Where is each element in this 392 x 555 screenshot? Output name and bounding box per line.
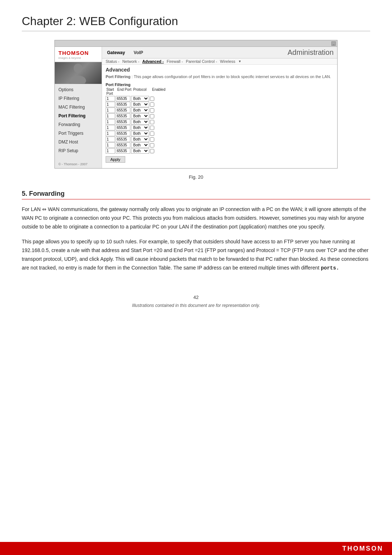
pf-enabled-checkbox[interactable]	[150, 114, 154, 118]
pf-start-input[interactable]	[106, 137, 115, 142]
sidebar-copyright: © - Thomson - 2007	[55, 160, 102, 168]
table-row: BothTCPUDP	[106, 148, 334, 154]
table-row: BothTCPUDP	[106, 119, 334, 125]
pf-enabled-checkbox[interactable]	[150, 108, 154, 113]
sidebar-item-ip-filtering[interactable]: IP Filtering	[55, 94, 102, 103]
subnav-firewall[interactable]: Firewall -	[167, 59, 183, 64]
pf-enabled-checkbox[interactable]	[150, 126, 154, 130]
browser-content: THOMSON images & beyond Options IP Filte…	[55, 47, 337, 168]
pf-end-input[interactable]	[116, 125, 130, 130]
table-row: BothTCPUDP	[106, 108, 334, 113]
pf-enabled-checkbox[interactable]	[150, 143, 154, 147]
pf-protocol-select[interactable]: BothTCPUDP	[131, 148, 149, 154]
pf-start-input[interactable]	[106, 102, 115, 107]
pf-end-input[interactable]	[116, 137, 130, 142]
section5-paragraph2: This page allows you to specify up to 10…	[22, 238, 370, 272]
sidebar-item-forwarding[interactable]: Forwarding	[55, 120, 102, 129]
sidebar-item-dmz-host[interactable]: DMZ Host	[55, 138, 102, 146]
pf-start-input[interactable]	[106, 113, 115, 119]
pf-start-input[interactable]	[106, 131, 115, 136]
pf-enabled-checkbox[interactable]	[150, 102, 154, 107]
pf-end-input[interactable]	[116, 131, 130, 136]
pf-protocol-select[interactable]: BothTCPUDP	[131, 142, 149, 148]
table-row: BothTCPUDP	[106, 142, 334, 148]
pf-header-enabled: Enabled	[152, 88, 170, 96]
pf-enabled-checkbox[interactable]	[150, 120, 154, 124]
table-row: BothTCPUDP	[106, 125, 334, 130]
pf-protocol-select[interactable]: BothTCPUDP	[131, 108, 149, 113]
pf-protocol-select[interactable]: BothTCPUDP	[131, 119, 149, 125]
pf-protocol-select[interactable]: BothTCPUDP	[131, 137, 149, 142]
sidebar: THOMSON images & beyond Options IP Filte…	[55, 47, 102, 168]
section5-paragraph2-text: This page allows you to specify up to 10…	[22, 239, 368, 270]
page-header-title: Advanced	[106, 67, 334, 73]
pf-enabled-checkbox[interactable]	[150, 97, 154, 101]
table-row: BothTCPUDP	[106, 131, 334, 136]
table-row: BothTCPUDP	[106, 113, 334, 119]
sidebar-logo: THOMSON images & beyond	[55, 47, 102, 62]
pf-start-input[interactable]	[106, 125, 115, 130]
sidebar-item-options[interactable]: Options	[55, 85, 102, 94]
pf-headers: Start Port End Port Protocol Enabled	[106, 88, 334, 96]
pf-header-protocol: Protocol	[133, 88, 151, 96]
main-area: Gateway VoIP Administration Status - Net…	[102, 47, 337, 168]
table-row: BothTCPUDP	[106, 96, 334, 101]
voip-tab[interactable]: VoIP	[132, 49, 144, 56]
subnav-parental-control[interactable]: Parental Control -	[186, 59, 217, 64]
apply-button[interactable]: Apply	[106, 156, 125, 163]
subnav-status[interactable]: Status -	[106, 59, 119, 64]
svg-point-0	[74, 64, 82, 73]
pf-protocol-select[interactable]: BothTCPUDP	[131, 125, 149, 130]
pf-end-input[interactable]	[116, 96, 130, 101]
pf-start-input[interactable]	[106, 96, 115, 101]
port-filtering-label: Port Filtering	[106, 74, 130, 79]
pf-end-input[interactable]	[116, 142, 130, 148]
pf-protocol-select[interactable]: BothTCPUDP	[131, 113, 149, 119]
pf-end-input[interactable]	[116, 102, 130, 107]
pf-protocol-select[interactable]: BothTCPUDP	[131, 102, 149, 107]
pf-title: Port Filtering	[106, 82, 334, 87]
page-description-body: This page allows configuration of port f…	[134, 74, 331, 79]
browser-screenshot: _ THOMSON images & beyond Options IP Fil…	[54, 40, 338, 169]
logo-sub: images & beyond	[58, 56, 98, 60]
pf-enabled-checkbox[interactable]	[150, 131, 154, 136]
gateway-tab[interactable]: Gateway	[106, 49, 126, 56]
pf-enabled-checkbox[interactable]	[150, 149, 154, 153]
table-row: BothTCPUDP	[106, 137, 334, 142]
subnav-advanced[interactable]: Advanced -	[142, 59, 164, 64]
pf-header-start: Start Port	[106, 88, 117, 96]
pf-start-input[interactable]	[106, 148, 115, 154]
footer-note: Illustrations contained in this document…	[22, 303, 370, 308]
sidebar-item-rip-setup[interactable]: RIP Setup	[55, 146, 102, 155]
pf-end-input[interactable]	[116, 113, 130, 119]
sidebar-item-mac-filtering[interactable]: MAC Filtering	[55, 103, 102, 112]
section5-paragraph2-mono: ports.	[321, 265, 339, 271]
pf-end-input[interactable]	[116, 108, 130, 113]
sidebar-image	[55, 62, 102, 84]
pf-start-input[interactable]	[106, 119, 115, 125]
section5-paragraph1: For LAN ⇔ WAN communications, the gatewa…	[22, 205, 370, 231]
chapter-title: Chapter 2: WEB Configuration	[22, 15, 370, 31]
port-filtering-section: Port Filtering Start Port End Port Proto…	[102, 80, 337, 165]
pf-start-input[interactable]	[106, 142, 115, 148]
sidebar-item-port-triggers[interactable]: Port Triggers	[55, 129, 102, 138]
sidebar-nav: Options IP Filtering MAC Filtering Port …	[55, 84, 102, 157]
pf-protocol-select[interactable]: BothTCPUDP	[131, 96, 149, 101]
person-silhouette-icon	[68, 62, 88, 84]
chevron-down-icon: ▼	[238, 60, 241, 63]
pf-enabled-checkbox[interactable]	[150, 137, 154, 142]
administration-title: Administration	[287, 48, 334, 57]
pf-header-end: End Port	[117, 88, 132, 96]
subnav-network[interactable]: Network -	[122, 59, 139, 64]
subnav-dropdown[interactable]: ▼	[238, 60, 241, 63]
pf-end-input[interactable]	[116, 148, 130, 154]
sidebar-item-port-filtering[interactable]: Port Filtering	[55, 112, 102, 120]
pf-end-input[interactable]	[116, 119, 130, 125]
pf-protocol-select[interactable]: BothTCPUDP	[131, 131, 149, 136]
pf-start-input[interactable]	[106, 108, 115, 113]
table-row: BothTCPUDP	[106, 102, 334, 107]
page-footer: 42 Illustrations contained in this docum…	[22, 295, 370, 308]
section5-heading: 5. Forwarding	[22, 190, 370, 199]
subnav-wireless[interactable]: Wireless	[220, 59, 235, 64]
browser-minimize-btn[interactable]: _	[331, 41, 336, 46]
